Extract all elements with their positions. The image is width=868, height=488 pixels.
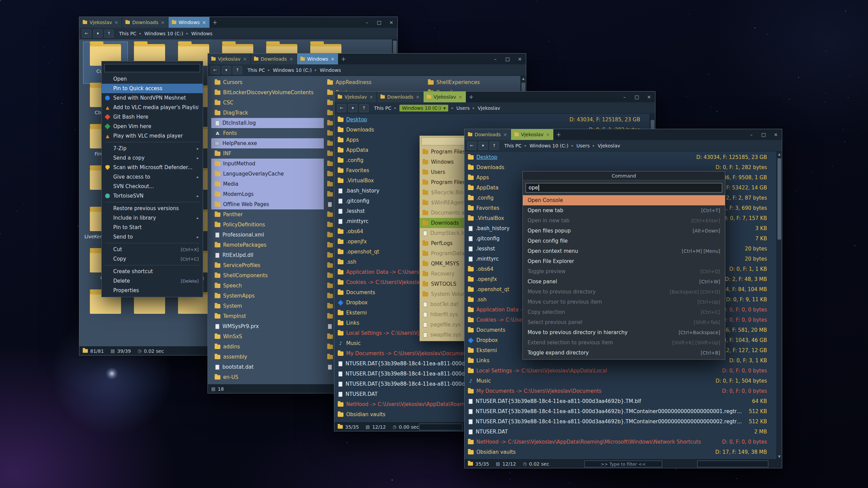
- tab-windows[interactable]: Windows×: [169, 17, 210, 28]
- close-button[interactable]: ×: [770, 129, 782, 140]
- file-row[interactable]: System: [211, 301, 324, 311]
- tab-vjekoslav[interactable]: Vjekoslav×: [334, 92, 377, 102]
- file-row[interactable]: PolicyDefinitions: [211, 220, 324, 230]
- file-row[interactable]: en-US: [211, 372, 324, 382]
- file-row[interactable]: InputMethod: [211, 159, 324, 169]
- command-item[interactable]: Open new tab[Ctrl+T]: [523, 205, 725, 216]
- file-row[interactable]: RemotePackages: [211, 240, 324, 250]
- close-icon[interactable]: ×: [289, 56, 293, 62]
- history-dropdown-button[interactable]: ▾: [478, 142, 488, 150]
- command-item[interactable]: Extend selection to previous item[Shift+…: [523, 338, 725, 348]
- file-row[interactable]: NTUSER.DAT{53b39e88-18c4-11ea-a811-000d3…: [465, 396, 782, 406]
- file-row[interactable]: Media: [211, 179, 324, 189]
- menu-item[interactable]: Send with NordVPN Meshnet: [102, 93, 203, 103]
- close-icon[interactable]: ×: [114, 20, 118, 25]
- command-item[interactable]: Toggle preview[Ctrl+Q]: [523, 266, 725, 277]
- scroll-up-icon[interactable]: ▲: [521, 76, 526, 81]
- command-item[interactable]: Toggle expand directory[Ctrl+B]: [523, 348, 725, 358]
- file-row[interactable]: ♪MusicD: 0, F: 1, 504 bytes: [465, 376, 782, 386]
- menu-item[interactable]: Copy[Ctrl+C]: [102, 254, 203, 264]
- scroll-up-icon[interactable]: ▲: [777, 151, 782, 157]
- file-row[interactable]: RtlExUpd.dll: [211, 250, 324, 260]
- close-icon[interactable]: ×: [503, 132, 507, 137]
- breadcrumb-segment[interactable]: Windows: [191, 31, 213, 36]
- file-row[interactable]: NTUSER.DAT{53b39e88-18c4-11ea-a811-000d3…: [465, 416, 782, 427]
- new-tab-button[interactable]: +: [210, 17, 220, 28]
- breadcrumb-segment[interactable]: Windows 10 (C:): [530, 143, 569, 148]
- file-row[interactable]: BitLockerDiscoveryVolumeContents: [211, 87, 324, 98]
- menu-item[interactable]: Delete[Delete]: [102, 276, 203, 286]
- tab-vjekoslav[interactable]: Vjekoslav×: [511, 129, 554, 140]
- back-button[interactable]: ←: [211, 66, 220, 74]
- vertical-scrollbar[interactable]: ▲ ▼: [776, 151, 782, 459]
- new-tab-button[interactable]: +: [338, 54, 349, 64]
- menu-item[interactable]: Open Vim here: [102, 122, 203, 131]
- file-row[interactable]: ModemLogs: [211, 189, 324, 199]
- history-dropdown-button[interactable]: ▾: [222, 66, 231, 74]
- file-row[interactable]: LanguageOverlayCache: [211, 169, 324, 179]
- file-row[interactable]: NTUSER.DAT{53b39e88-18c4-11ea-a811-000d3…: [465, 406, 782, 416]
- tab-vjekoslav[interactable]: Vjekoslav×: [423, 92, 466, 102]
- file-row[interactable]: NetHood -> C:\Users\Vjekoslav\AppData\Ro…: [465, 437, 782, 447]
- titlebar[interactable]: Vjekoslav×Downloads×Vjekoslav×+ – □ ×: [334, 92, 655, 102]
- file-row[interactable]: ServiceProfiles: [211, 260, 324, 270]
- menu-item[interactable]: ▲Play with VLC media player: [102, 131, 203, 141]
- tab-windows[interactable]: Windows×: [297, 54, 338, 64]
- menu-item[interactable]: Restore previous versions: [102, 204, 203, 213]
- menu-item[interactable]: Include in library▸: [102, 213, 203, 223]
- file-row[interactable]: bootstat.dat: [211, 362, 324, 372]
- close-icon[interactable]: ×: [202, 20, 206, 25]
- command-item[interactable]: Open files popup[Alt+Down]: [523, 226, 725, 236]
- tab-vjekoslav[interactable]: Vjekoslav×: [208, 54, 251, 64]
- file-row[interactable]: TempInst: [211, 311, 324, 321]
- command-item[interactable]: Copy selection[Ctrl+C]: [523, 307, 725, 317]
- minimize-button[interactable]: –: [618, 92, 631, 102]
- file-row[interactable]: SystemApps: [211, 291, 324, 301]
- breadcrumb-segment[interactable]: This PC: [248, 67, 265, 73]
- file-row[interactable]: My Documents -> C:\Users\Vjekoslav\Docum…: [465, 386, 782, 396]
- minimize-button[interactable]: –: [361, 17, 373, 28]
- file-row[interactable]: Panther: [211, 209, 324, 220]
- breadcrumb-segment[interactable]: Vjekoslav: [598, 143, 620, 148]
- back-button[interactable]: ←: [82, 29, 91, 38]
- file-row[interactable]: INF: [211, 148, 324, 159]
- close-icon[interactable]: ×: [243, 56, 247, 62]
- menu-item[interactable]: Send a copy▸: [102, 153, 203, 163]
- menu-item[interactable]: Create shortcut: [102, 267, 203, 276]
- scroll-down-icon[interactable]: ▼: [777, 454, 782, 459]
- file-row[interactable]: Professional.xml: [211, 230, 324, 240]
- maximize-button[interactable]: □: [631, 92, 643, 102]
- up-button[interactable]: ↑: [104, 29, 114, 38]
- menu-item[interactable]: SVN Checkout...: [102, 182, 203, 191]
- command-item[interactable]: Open in new tab[Ctrl+Enter]: [523, 216, 725, 226]
- menu-item[interactable]: TortoiseSVN▸: [102, 191, 203, 201]
- command-item[interactable]: Open File Explorer: [523, 256, 725, 266]
- new-tab-button[interactable]: +: [554, 129, 564, 140]
- tab-downloads[interactable]: Downloads×: [377, 92, 423, 102]
- back-button[interactable]: ←: [467, 142, 476, 150]
- maximize-button[interactable]: □: [373, 17, 385, 28]
- menu-item[interactable]: 7-Zip▸: [102, 144, 203, 153]
- close-icon[interactable]: ×: [161, 20, 165, 25]
- breadcrumb-segment[interactable]: Users: [456, 105, 470, 111]
- command-item[interactable]: Open context menu[Ctrl+M] [Menu]: [523, 246, 725, 256]
- minimize-button[interactable]: –: [745, 129, 757, 140]
- history-dropdown-button[interactable]: ▾: [93, 29, 102, 38]
- maximize-button[interactable]: □: [757, 129, 770, 140]
- menu-item[interactable]: Pin to Start: [102, 223, 203, 232]
- file-row[interactable]: HelpPane.exe: [211, 138, 324, 148]
- up-button[interactable]: ↑: [233, 66, 242, 74]
- minimize-button[interactable]: –: [489, 54, 501, 64]
- file-row[interactable]: ShellComponents: [211, 270, 324, 281]
- close-button[interactable]: ×: [643, 92, 655, 102]
- command-item[interactable]: Move to previous directory[Backspace] [C…: [523, 287, 725, 297]
- file-row[interactable]: Speech: [211, 281, 324, 291]
- breadcrumb-segment[interactable]: Windows: [320, 67, 341, 73]
- back-button[interactable]: ←: [337, 104, 346, 112]
- file-row[interactable]: Obsidian vaultsD: 17, F: 149, 38 MB: [465, 447, 782, 457]
- command-item[interactable]: Move cursor to previous item[Ctrl+Up]: [523, 297, 725, 307]
- file-row[interactable]: ShellExperiences: [425, 77, 523, 87]
- command-item[interactable]: Move to previous directory in hierarchy[…: [523, 327, 725, 338]
- file-row[interactable]: Cursors: [211, 77, 324, 87]
- titlebar[interactable]: Downloads×Vjekoslav×+ – □ ×: [465, 129, 782, 140]
